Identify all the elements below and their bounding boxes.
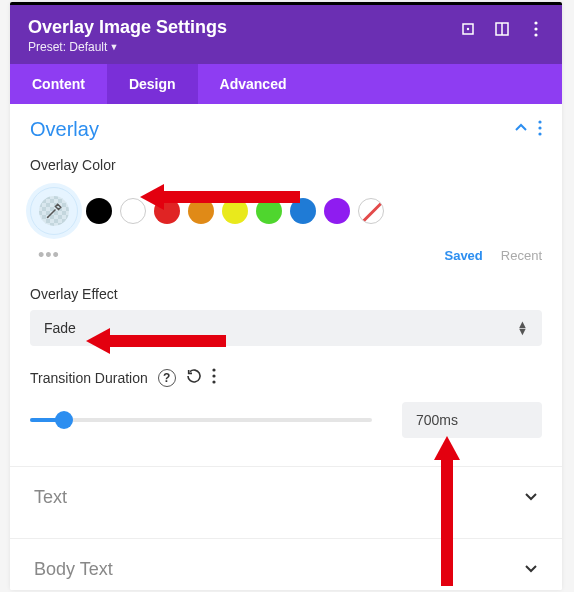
reset-icon[interactable] bbox=[186, 368, 202, 388]
duration-more-icon[interactable] bbox=[212, 368, 216, 388]
swatch-black[interactable] bbox=[86, 198, 112, 224]
saved-tab[interactable]: Saved bbox=[444, 248, 482, 263]
section-text-title: Text bbox=[34, 487, 67, 508]
slider-thumb[interactable] bbox=[55, 411, 73, 429]
chevron-down-icon bbox=[524, 489, 538, 507]
svg-point-1 bbox=[467, 28, 469, 30]
svg-point-6 bbox=[534, 33, 537, 36]
swatch-white[interactable] bbox=[120, 198, 146, 224]
transition-duration-input[interactable]: 700ms bbox=[402, 402, 542, 438]
transition-duration-label: Transition Duration bbox=[30, 370, 148, 386]
swatch-green[interactable] bbox=[256, 198, 282, 224]
expand-icon[interactable] bbox=[460, 21, 476, 37]
settings-header: Overlay Image Settings Preset: Default ▼ bbox=[10, 5, 562, 64]
svg-point-4 bbox=[534, 21, 537, 24]
chevron-down-icon bbox=[524, 561, 538, 579]
tab-content[interactable]: Content bbox=[10, 64, 107, 104]
color-swatch-row bbox=[10, 173, 562, 239]
transition-duration-slider[interactable] bbox=[30, 418, 372, 422]
section-text[interactable]: Text bbox=[10, 467, 562, 528]
overlay-effect-value: Fade bbox=[44, 320, 76, 336]
section-more-icon[interactable] bbox=[538, 120, 542, 139]
overlay-effect-label: Overlay Effect bbox=[30, 286, 542, 302]
color-picker-button[interactable] bbox=[30, 187, 78, 235]
help-icon[interactable]: ? bbox=[158, 369, 176, 387]
caret-down-icon: ▼ bbox=[109, 42, 118, 52]
select-updown-icon: ▲▼ bbox=[517, 322, 528, 335]
swatch-none[interactable] bbox=[358, 198, 384, 224]
panel-title: Overlay Image Settings bbox=[28, 17, 227, 38]
swatch-red[interactable] bbox=[154, 198, 180, 224]
swatch-more-icon[interactable]: ••• bbox=[38, 245, 60, 266]
preset-selector[interactable]: Preset: Default ▼ bbox=[28, 40, 227, 54]
eyedropper-icon bbox=[45, 202, 63, 220]
collapse-icon[interactable] bbox=[514, 121, 528, 139]
svg-point-11 bbox=[212, 374, 215, 377]
recent-tab[interactable]: Recent bbox=[501, 248, 542, 263]
svg-point-9 bbox=[538, 132, 541, 135]
preset-label: Preset: Default bbox=[28, 40, 107, 54]
tab-bar: Content Design Advanced bbox=[10, 64, 562, 104]
more-icon[interactable] bbox=[528, 21, 544, 37]
tab-advanced[interactable]: Advanced bbox=[198, 64, 309, 104]
section-body-text-title: Body Text bbox=[34, 559, 113, 580]
swatch-orange[interactable] bbox=[188, 198, 214, 224]
svg-point-5 bbox=[534, 27, 537, 30]
svg-point-7 bbox=[538, 120, 541, 123]
section-body-text[interactable]: Body Text bbox=[10, 539, 562, 590]
svg-point-10 bbox=[212, 368, 215, 371]
overlay-color-label: Overlay Color bbox=[30, 157, 542, 173]
svg-point-12 bbox=[212, 380, 215, 383]
svg-point-8 bbox=[538, 126, 541, 129]
overlay-effect-select[interactable]: Fade ▲▼ bbox=[30, 310, 542, 346]
swatch-blue[interactable] bbox=[290, 198, 316, 224]
swatch-purple[interactable] bbox=[324, 198, 350, 224]
section-overlay-title[interactable]: Overlay bbox=[30, 118, 99, 141]
swatch-yellow[interactable] bbox=[222, 198, 248, 224]
columns-icon[interactable] bbox=[494, 21, 510, 37]
tab-design[interactable]: Design bbox=[107, 64, 198, 104]
